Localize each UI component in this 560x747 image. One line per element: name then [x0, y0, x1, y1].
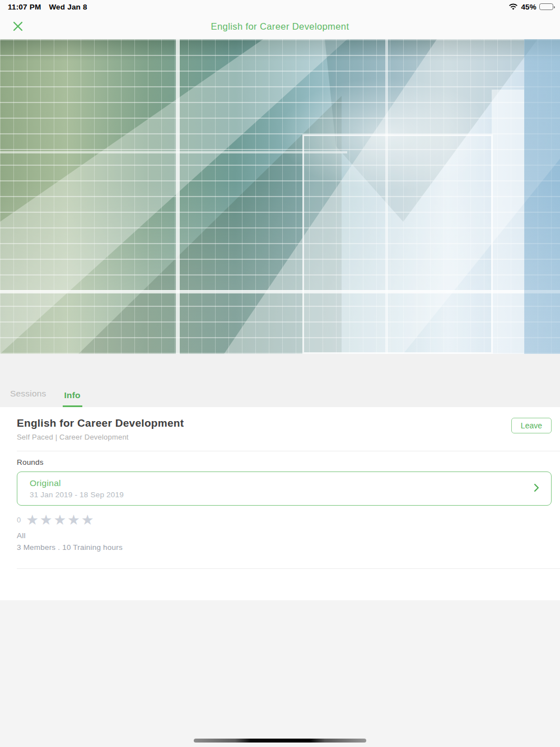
course-meta: 3 Members . 10 Training hours — [17, 543, 560, 552]
battery-icon — [539, 3, 553, 10]
star-row[interactable]: ★★★★★ — [26, 513, 94, 526]
banner-shape — [302, 134, 493, 354]
star-icon[interactable]: ★ — [54, 513, 67, 526]
app-screen: 11:07 PM Wed Jan 8 45% Englis — [0, 0, 560, 747]
star-icon[interactable]: ★ — [67, 513, 80, 526]
course-title: English for Career Development — [17, 417, 184, 429]
clock-date: Wed Jan 8 — [49, 3, 87, 11]
banner-shape — [0, 151, 347, 153]
round-card-original[interactable]: Original 31 Jan 2019 - 18 Sep 2019 — [17, 471, 552, 506]
rating-row: 0 ★★★★★ — [17, 513, 560, 526]
course-banner-image — [0, 39, 560, 354]
round-name: Original — [30, 478, 551, 488]
banner-shape — [492, 90, 524, 354]
banner-shape — [176, 39, 180, 354]
footer-area — [0, 600, 560, 747]
tab-info[interactable]: Info — [63, 390, 82, 407]
chevron-right-icon — [533, 483, 540, 495]
audience-label: All — [17, 531, 560, 540]
tab-info-label: Info — [64, 390, 81, 400]
tab-sessions[interactable]: Sessions — [8, 389, 48, 407]
wifi-icon — [508, 3, 518, 11]
status-bar: 11:07 PM Wed Jan 8 45% — [0, 0, 560, 13]
star-icon[interactable]: ★ — [26, 513, 39, 526]
home-indicator[interactable] — [194, 739, 366, 743]
tab-bar: Sessions Info — [0, 354, 560, 407]
battery-percent: 45% — [521, 3, 536, 11]
star-icon[interactable]: ★ — [40, 513, 53, 526]
page-title: English for Career Development — [0, 13, 560, 39]
rating-value: 0 — [17, 516, 21, 524]
banner-shape — [524, 39, 560, 354]
divider — [17, 568, 560, 569]
info-panel: English for Career Development Self Pace… — [0, 407, 560, 600]
leave-button[interactable]: Leave — [511, 418, 552, 433]
nav-bar: English for Career Development — [0, 13, 560, 39]
course-subtitle: Self Paced | Career Development — [17, 433, 184, 441]
rounds-label: Rounds — [17, 458, 560, 466]
tab-sessions-label: Sessions — [10, 389, 46, 398]
clock-time: 11:07 PM — [8, 3, 41, 11]
round-dates: 31 Jan 2019 - 18 Sep 2019 — [30, 491, 551, 499]
divider — [17, 451, 560, 451]
star-icon[interactable]: ★ — [81, 513, 94, 526]
